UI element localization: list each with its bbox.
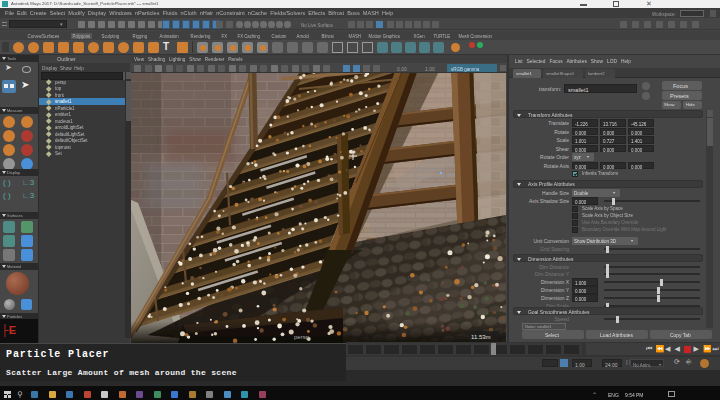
svg-text:11.53m: 11.53m — [471, 334, 491, 340]
svg-text:persp: persp — [294, 334, 310, 340]
